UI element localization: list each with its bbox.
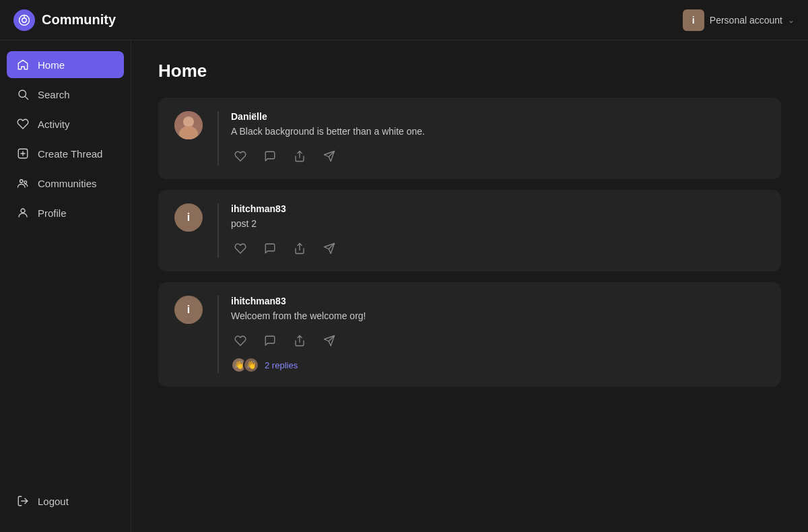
page-title: Home — [158, 61, 781, 81]
svg-line-4 — [25, 96, 28, 99]
post-text-3: Welcoem from the welcome org! — [231, 309, 765, 323]
post-actions-1 — [231, 147, 765, 166]
comment-button-3[interactable] — [261, 331, 279, 350]
reply-count-3[interactable]: 2 replies — [265, 360, 298, 370]
sidebar-item-profile[interactable]: Profile — [7, 199, 124, 226]
sidebar: Home Search Activity — [0, 40, 131, 532]
post-card-1: Daniëlle A Black background is better th… — [158, 98, 781, 179]
like-button-2[interactable] — [231, 239, 250, 258]
share-button-3[interactable] — [290, 331, 309, 350]
comment-button-1[interactable] — [261, 147, 279, 166]
svg-point-13 — [183, 117, 194, 127]
create-thread-icon — [16, 147, 30, 160]
profile-icon — [16, 206, 30, 220]
post-body-3: ihitchman83 Welcoem from the welcome org… — [212, 296, 765, 373]
post-username-3: ihitchman83 — [231, 296, 765, 306]
post-avatar-1 — [174, 111, 203, 139]
post-content-2: ihitchman83 post 2 — [231, 203, 765, 258]
post-header-3: i ihitchman83 Welcoem from the welcome o… — [174, 296, 765, 373]
home-icon — [16, 58, 30, 71]
sidebar-item-logout[interactable]: Logout — [7, 488, 124, 514]
bookmark-button-2[interactable] — [320, 239, 339, 258]
post-card-3: i ihitchman83 Welcoem from the welcome o… — [158, 282, 781, 387]
share-button-1[interactable] — [290, 147, 309, 166]
share-button-2[interactable] — [290, 239, 309, 258]
post-actions-3 — [231, 331, 765, 350]
post-username-1: Daniëlle — [231, 111, 765, 122]
sidebar-item-create-thread[interactable]: Create Thread — [7, 140, 124, 167]
account-menu[interactable]: i Personal account ⌄ — [683, 9, 795, 31]
post-body-1: Daniëlle A Black background is better th… — [212, 111, 765, 166]
communities-icon — [16, 176, 30, 190]
sidebar-item-activity[interactable]: Activity — [7, 110, 124, 137]
sidebar-label-search: Search — [38, 89, 70, 100]
account-avatar: i — [683, 9, 704, 31]
comment-button-2[interactable] — [261, 239, 279, 258]
post-header-2: i ihitchman83 post 2 — [174, 203, 765, 258]
sidebar-bottom: Logout — [7, 481, 124, 521]
like-button-3[interactable] — [231, 331, 250, 350]
post-content-3: ihitchman83 Welcoem from the welcome org… — [231, 296, 765, 373]
sidebar-label-logout: Logout — [38, 496, 69, 507]
svg-point-9 — [24, 181, 27, 184]
sidebar-label-create-thread: Create Thread — [38, 148, 102, 160]
post-avatar-3: i — [174, 296, 203, 324]
app-logo — [13, 9, 35, 31]
post-card-2: i ihitchman83 post 2 — [158, 190, 781, 271]
sidebar-nav: Home Search Activity — [7, 51, 124, 481]
svg-point-10 — [21, 209, 25, 213]
logout-icon — [16, 494, 30, 508]
bookmark-button-1[interactable] — [320, 147, 339, 166]
svg-point-8 — [20, 180, 24, 183]
header-left: Community — [13, 9, 116, 31]
post-replies-3: 👋 👋 2 replies — [231, 357, 765, 373]
post-actions-2 — [231, 239, 765, 258]
sidebar-item-search[interactable]: Search — [7, 81, 124, 108]
post-avatar-2: i — [174, 203, 203, 232]
sidebar-label-profile: Profile — [38, 207, 67, 219]
post-text-1: A Black background is better than a whit… — [231, 125, 765, 139]
bookmark-button-3[interactable] — [320, 331, 339, 350]
reply-avatar-2: 👋 — [243, 357, 259, 373]
heart-icon — [16, 117, 30, 131]
app-title: Community — [42, 12, 116, 28]
post-content-1: Daniëlle A Black background is better th… — [231, 111, 765, 166]
post-header-1: Daniëlle A Black background is better th… — [174, 111, 765, 166]
sidebar-label-home: Home — [38, 59, 65, 71]
sidebar-label-communities: Communities — [38, 178, 97, 189]
sidebar-item-home[interactable]: Home — [7, 51, 124, 78]
post-body-2: ihitchman83 post 2 — [212, 203, 765, 258]
header: Community i Personal account ⌄ — [0, 0, 808, 40]
main-layout: Home Search Activity — [0, 40, 808, 532]
chevron-down-icon: ⌄ — [788, 15, 795, 25]
sidebar-label-activity: Activity — [38, 119, 70, 130]
post-text-2: post 2 — [231, 217, 765, 231]
svg-point-1 — [22, 18, 27, 22]
post-username-2: ihitchman83 — [231, 203, 765, 214]
sidebar-item-communities[interactable]: Communities — [7, 170, 124, 197]
search-icon — [16, 88, 30, 101]
reply-avatars-3: 👋 👋 — [231, 357, 259, 373]
like-button-1[interactable] — [231, 147, 250, 166]
account-label: Personal account — [710, 15, 782, 26]
content-area: Home Daniëlle A Black background is b — [131, 40, 808, 532]
